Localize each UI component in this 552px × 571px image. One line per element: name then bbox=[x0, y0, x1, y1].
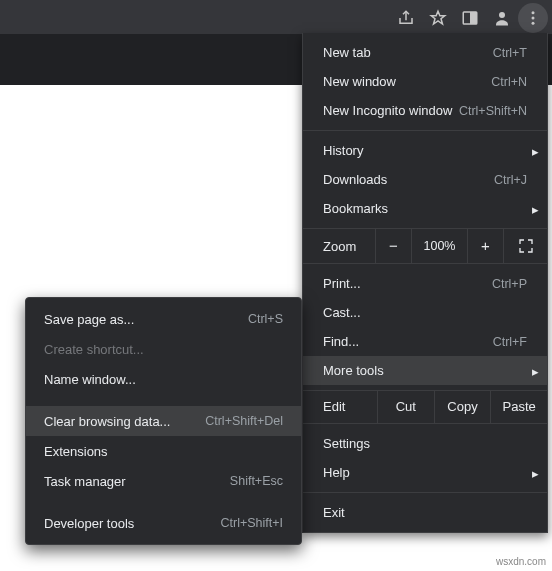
svg-point-8 bbox=[532, 17, 535, 20]
svg-point-7 bbox=[532, 11, 535, 14]
menu-shortcut: Ctrl+Shift+Del bbox=[205, 414, 283, 428]
submenu-item-extensions[interactable]: Extensions bbox=[26, 436, 301, 466]
menu-shortcut: Ctrl+S bbox=[248, 312, 283, 326]
menu-shortcut: Ctrl+T bbox=[493, 46, 527, 60]
chevron-right-icon: ▸ bbox=[532, 201, 539, 216]
zoom-in-button[interactable]: + bbox=[467, 229, 503, 263]
menu-label: Print... bbox=[323, 276, 361, 291]
menu-shortcut: Ctrl+P bbox=[492, 277, 527, 291]
svg-rect-5 bbox=[470, 12, 477, 24]
edit-copy-button[interactable]: Copy bbox=[434, 391, 491, 423]
menu-item-exit[interactable]: Exit bbox=[303, 498, 547, 527]
menu-label: Help bbox=[323, 465, 350, 480]
menu-label: New Incognito window bbox=[323, 103, 452, 118]
zoom-out-button[interactable]: − bbox=[375, 229, 411, 263]
chevron-right-icon: ▸ bbox=[532, 143, 539, 158]
menu-label: Settings bbox=[323, 436, 370, 451]
menu-item-new-incognito[interactable]: New Incognito window Ctrl+Shift+N bbox=[303, 96, 547, 125]
menu-label: Bookmarks bbox=[323, 201, 388, 216]
more-vert-icon[interactable] bbox=[518, 3, 548, 33]
menu-item-find[interactable]: Find... Ctrl+F bbox=[303, 327, 547, 356]
submenu-item-save-page[interactable]: Save page as... Ctrl+S bbox=[26, 304, 301, 334]
chevron-right-icon: ▸ bbox=[532, 363, 539, 378]
menu-item-print[interactable]: Print... Ctrl+P bbox=[303, 269, 547, 298]
edit-paste-button[interactable]: Paste bbox=[490, 391, 547, 423]
menu-shortcut: Ctrl+J bbox=[494, 173, 527, 187]
menu-label: New window bbox=[323, 74, 396, 89]
menu-item-help[interactable]: Help ▸ bbox=[303, 458, 547, 487]
chevron-right-icon: ▸ bbox=[532, 465, 539, 480]
menu-label: Cast... bbox=[323, 305, 361, 320]
submenu-item-developer-tools[interactable]: Developer tools Ctrl+Shift+I bbox=[26, 508, 301, 538]
zoom-label: Zoom bbox=[303, 239, 375, 254]
menu-label: Developer tools bbox=[44, 516, 134, 531]
menu-label: Name window... bbox=[44, 372, 136, 387]
menu-item-history[interactable]: History ▸ bbox=[303, 136, 547, 165]
submenu-item-task-manager[interactable]: Task manager Shift+Esc bbox=[26, 466, 301, 496]
menu-edit-row: Edit Cut Copy Paste bbox=[303, 391, 547, 423]
menu-label: Save page as... bbox=[44, 312, 134, 327]
svg-point-6 bbox=[499, 12, 505, 18]
more-tools-submenu: Save page as... Ctrl+S Create shortcut..… bbox=[25, 297, 302, 545]
browser-toolbar bbox=[390, 3, 548, 33]
menu-label: History bbox=[323, 143, 363, 158]
menu-label: Exit bbox=[323, 505, 345, 520]
reader-icon[interactable] bbox=[454, 3, 486, 33]
menu-item-cast[interactable]: Cast... bbox=[303, 298, 547, 327]
share-icon[interactable] bbox=[390, 3, 422, 33]
menu-label: Find... bbox=[323, 334, 359, 349]
submenu-item-create-shortcut: Create shortcut... bbox=[26, 334, 301, 364]
menu-item-bookmarks[interactable]: Bookmarks ▸ bbox=[303, 194, 547, 223]
menu-shortcut: Shift+Esc bbox=[230, 474, 283, 488]
profile-icon[interactable] bbox=[486, 3, 518, 33]
menu-label: More tools bbox=[323, 363, 384, 378]
menu-shortcut: Ctrl+F bbox=[493, 335, 527, 349]
menu-label: Task manager bbox=[44, 474, 126, 489]
watermark: wsxdn.com bbox=[496, 556, 546, 567]
menu-label: Downloads bbox=[323, 172, 387, 187]
fullscreen-button[interactable] bbox=[503, 229, 547, 263]
zoom-percent: 100% bbox=[411, 229, 467, 263]
menu-item-new-window[interactable]: New window Ctrl+N bbox=[303, 67, 547, 96]
menu-shortcut: Ctrl+Shift+N bbox=[459, 104, 527, 118]
edit-cut-button[interactable]: Cut bbox=[377, 391, 434, 423]
main-context-menu: New tab Ctrl+T New window Ctrl+N New Inc… bbox=[302, 33, 548, 533]
svg-point-9 bbox=[532, 22, 535, 25]
menu-item-downloads[interactable]: Downloads Ctrl+J bbox=[303, 165, 547, 194]
menu-label: Create shortcut... bbox=[44, 342, 144, 357]
star-icon[interactable] bbox=[422, 3, 454, 33]
menu-shortcut: Ctrl+Shift+I bbox=[220, 516, 283, 530]
menu-item-settings[interactable]: Settings bbox=[303, 429, 547, 458]
submenu-item-clear-browsing-data[interactable]: Clear browsing data... Ctrl+Shift+Del bbox=[26, 406, 301, 436]
menu-zoom-row: Zoom − 100% + bbox=[303, 229, 547, 263]
submenu-item-name-window[interactable]: Name window... bbox=[26, 364, 301, 394]
menu-item-more-tools[interactable]: More tools ▸ bbox=[303, 356, 547, 385]
menu-label: Extensions bbox=[44, 444, 108, 459]
menu-label: Clear browsing data... bbox=[44, 414, 170, 429]
menu-item-new-tab[interactable]: New tab Ctrl+T bbox=[303, 38, 547, 67]
menu-label: New tab bbox=[323, 45, 371, 60]
menu-shortcut: Ctrl+N bbox=[491, 75, 527, 89]
edit-label: Edit bbox=[303, 391, 377, 423]
